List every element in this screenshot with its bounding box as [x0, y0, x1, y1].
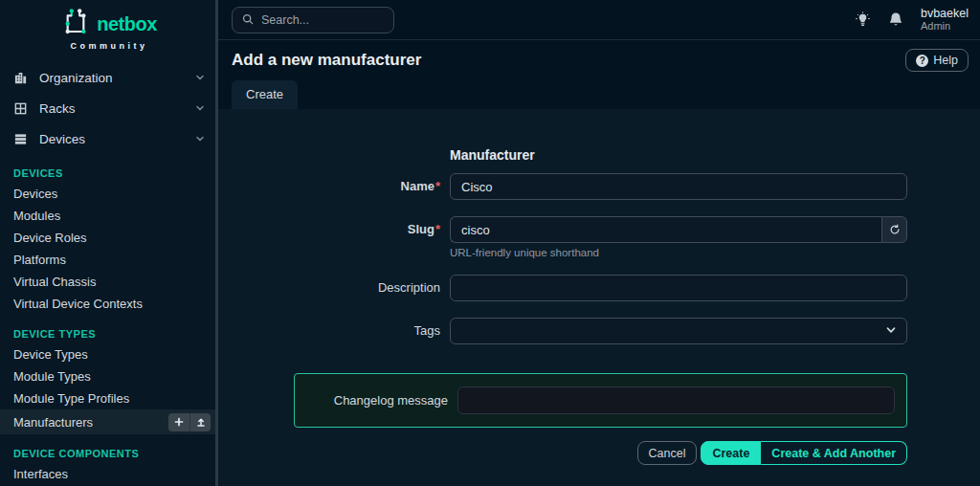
add-manufacturer-button[interactable] [168, 413, 189, 431]
manufacturers-actions [168, 413, 211, 431]
changelog-field[interactable] [457, 387, 895, 414]
cancel-button[interactable]: Cancel [637, 441, 698, 465]
main-area: bvbaekel Admin Add a new manufacturer ? … [218, 0, 980, 486]
sidebar-item-label: Organization [39, 71, 113, 85]
server-stack-icon [13, 132, 28, 146]
sidebar-item-module-type-profiles[interactable]: Module Type Profiles [0, 387, 218, 409]
tab-create[interactable]: Create [232, 80, 298, 109]
required-asterisk: * [435, 179, 440, 193]
sidebar-item-modules[interactable]: Modules [0, 205, 218, 227]
sidebar-item-racks[interactable]: Racks [0, 93, 218, 123]
help-button[interactable]: ? Help [905, 49, 969, 72]
tab-bar: Create [232, 80, 298, 109]
app-window: netbox Community Organization Racks [0, 0, 980, 486]
user-name: bvbaekel [921, 7, 969, 20]
search-input[interactable] [261, 13, 367, 27]
user-menu[interactable]: bvbaekel Admin [921, 7, 969, 33]
form-section-title: Manufacturer [450, 147, 907, 163]
name-label: Name* [218, 173, 440, 193]
sidebar-item-label: Racks [39, 101, 76, 116]
sidebar-item-manufacturers[interactable]: Manufacturers [0, 409, 218, 434]
slug-help-text: URL-friendly unique shorthand [450, 247, 907, 258]
sidebar-item-organization[interactable]: Organization [0, 62, 218, 93]
sidebar-menu: Organization Racks Devices [0, 55, 218, 154]
brand-name: netbox [97, 13, 157, 35]
chevron-down-icon [885, 322, 897, 340]
section-title: DEVICE COMPONENTS [0, 443, 218, 463]
sidebar-item-devices-link[interactable]: Devices [0, 183, 218, 205]
netbox-logo-icon [61, 8, 90, 40]
tags-select[interactable] [450, 318, 907, 344]
sidebar-item-module-types[interactable]: Module Types [0, 365, 218, 387]
sidebar-section-device-components: DEVICE COMPONENTS Interfaces Front Ports [0, 443, 218, 486]
changelog-panel: Changelog message [294, 373, 907, 428]
sidebar-item-virtual-chassis[interactable]: Virtual Chassis [0, 271, 218, 293]
sidebar-item-interfaces[interactable]: Interfaces [0, 463, 218, 485]
brand-subtitle: Community [0, 41, 218, 51]
sidebar-item-device-roles[interactable]: Device Roles [0, 227, 218, 249]
slug-field-row: Slug* URL-friendly unique shorthand [218, 216, 907, 258]
chevron-down-icon [195, 73, 205, 82]
form-content: Manufacturer Name* Slug* [218, 109, 980, 486]
name-field-row: Name* [218, 173, 907, 200]
section-title: DEVICE TYPES [0, 323, 218, 343]
topbar: bvbaekel Admin [218, 0, 980, 40]
notifications-bell-icon[interactable] [888, 11, 903, 28]
regenerate-slug-button[interactable] [881, 216, 907, 243]
form-buttons: Cancel Create Create & Add Another [218, 441, 907, 465]
tags-field-row: Tags [218, 318, 907, 344]
changelog-label: Changelog message [307, 393, 448, 408]
sidebar-item-devices[interactable]: Devices [0, 123, 218, 154]
required-asterisk: * [435, 222, 440, 236]
sidebar-item-platforms[interactable]: Platforms [0, 249, 218, 271]
rack-icon [13, 101, 28, 116]
building-icon [13, 71, 28, 85]
description-field-row: Description [218, 275, 907, 301]
page-header: Add a new manufacturer ? Help Create [218, 40, 980, 109]
sidebar-item-label: Devices [39, 132, 85, 146]
import-manufacturers-button[interactable] [189, 413, 211, 431]
sidebar-section-devices: DEVICES Devices Modules Device Roles Pla… [0, 163, 218, 315]
section-title: DEVICES [0, 163, 218, 183]
slug-label: Slug* [218, 216, 440, 236]
create-and-add-another-button[interactable]: Create & Add Another [761, 441, 907, 465]
tags-label: Tags [218, 318, 440, 338]
description-field[interactable] [450, 275, 907, 301]
sidebar-item-device-types[interactable]: Device Types [0, 343, 218, 365]
sidebar-section-device-types: DEVICE TYPES Device Types Module Types M… [0, 323, 218, 434]
user-role: Admin [921, 20, 969, 33]
help-question-icon: ? [916, 55, 928, 67]
chevron-down-icon [195, 103, 205, 113]
name-field[interactable] [450, 173, 907, 200]
global-search[interactable] [232, 7, 394, 33]
description-label: Description [218, 275, 440, 295]
search-icon [242, 11, 254, 29]
sidebar-item-label: Manufacturers [13, 411, 93, 433]
brand[interactable]: netbox Community [0, 0, 218, 55]
create-button[interactable]: Create [701, 441, 761, 465]
theme-toggle-bulb-icon[interactable] [855, 11, 871, 28]
page-title: Add a new manufacturer [232, 51, 421, 70]
sidebar-item-virtual-device-contexts[interactable]: Virtual Device Contexts [0, 293, 218, 315]
slug-field[interactable] [450, 216, 881, 243]
sidebar: netbox Community Organization Racks [0, 0, 218, 486]
help-button-label: Help [933, 54, 958, 67]
chevron-down-icon [195, 134, 205, 144]
